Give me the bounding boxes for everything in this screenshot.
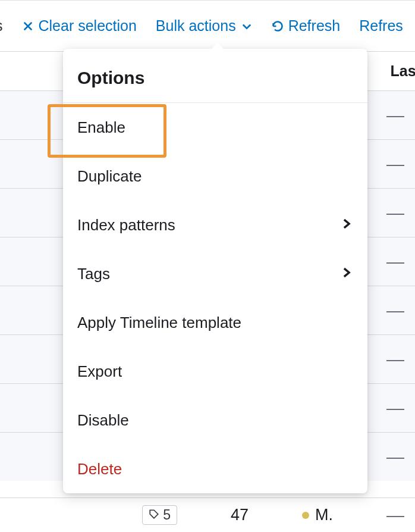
empty-value: — <box>386 105 403 126</box>
column-header-last[interactable]: Last <box>391 62 415 80</box>
menu-item-label: Export <box>77 362 122 381</box>
clear-selection-button[interactable]: Clear selection <box>22 17 137 35</box>
close-icon <box>22 20 34 32</box>
count-value: 47 <box>231 506 249 524</box>
empty-value: — <box>386 203 403 223</box>
popover-title: Options <box>63 49 367 103</box>
bulk-actions-popover: Options EnableDuplicateIndex patternsTag… <box>63 49 367 493</box>
refresh-label: Refresh <box>288 17 341 35</box>
refresh-icon <box>272 20 284 32</box>
clear-selection-label: Clear selection <box>39 17 137 35</box>
tag-count-value: 5 <box>163 507 171 523</box>
menu-item-duplicate[interactable]: Duplicate <box>63 152 367 201</box>
menu-item-delete[interactable]: Delete <box>63 445 367 493</box>
tag-icon <box>149 507 159 523</box>
empty-value: — <box>386 154 403 174</box>
menu-item-label: Apply Timeline template <box>77 314 241 332</box>
toolbar: s Clear selection Bulk actions Refresh R… <box>0 0 415 51</box>
empty-value: — <box>386 349 403 370</box>
menu-item-apply-timeline-template[interactable]: Apply Timeline template <box>63 298 367 347</box>
bottom-bar: 5 47 M. — <box>0 497 415 532</box>
menu-item-label: Index patterns <box>77 216 175 234</box>
menu-item-index-patterns[interactable]: Index patterns <box>63 201 367 249</box>
menu-item-label: Tags <box>77 265 110 283</box>
menu-item-label: Delete <box>77 460 122 478</box>
empty-value: — <box>386 505 403 525</box>
selected-label-cutoff: s <box>0 17 3 35</box>
refresh-button[interactable]: Refresh <box>272 17 341 35</box>
chevron-down-icon <box>241 20 253 32</box>
tag-count-badge[interactable]: 5 <box>142 505 177 525</box>
status-dot-icon <box>302 512 309 519</box>
empty-value: — <box>386 252 403 272</box>
menu-item-enable[interactable]: Enable <box>63 103 367 152</box>
chevron-right-icon <box>340 265 353 283</box>
popover-menu: EnableDuplicateIndex patternsTagsApply T… <box>63 103 367 493</box>
bulk-actions-button[interactable]: Bulk actions <box>156 17 253 35</box>
menu-item-disable[interactable]: Disable <box>63 396 367 445</box>
menu-item-tags[interactable]: Tags <box>63 249 367 298</box>
refresh-cutoff-label: Refres <box>359 17 403 35</box>
refresh-cutoff-button[interactable]: Refres <box>359 17 403 35</box>
chevron-right-icon <box>340 216 353 234</box>
status-indicator: M. <box>302 506 333 524</box>
empty-value: — <box>386 301 403 321</box>
menu-item-export[interactable]: Export <box>63 347 367 396</box>
menu-item-label: Disable <box>77 411 129 430</box>
bulk-actions-label: Bulk actions <box>156 17 236 35</box>
menu-item-label: Enable <box>77 118 125 137</box>
empty-value: — <box>386 398 403 418</box>
status-label: M. <box>315 506 333 524</box>
menu-item-label: Duplicate <box>77 167 142 186</box>
empty-value: — <box>386 447 403 467</box>
